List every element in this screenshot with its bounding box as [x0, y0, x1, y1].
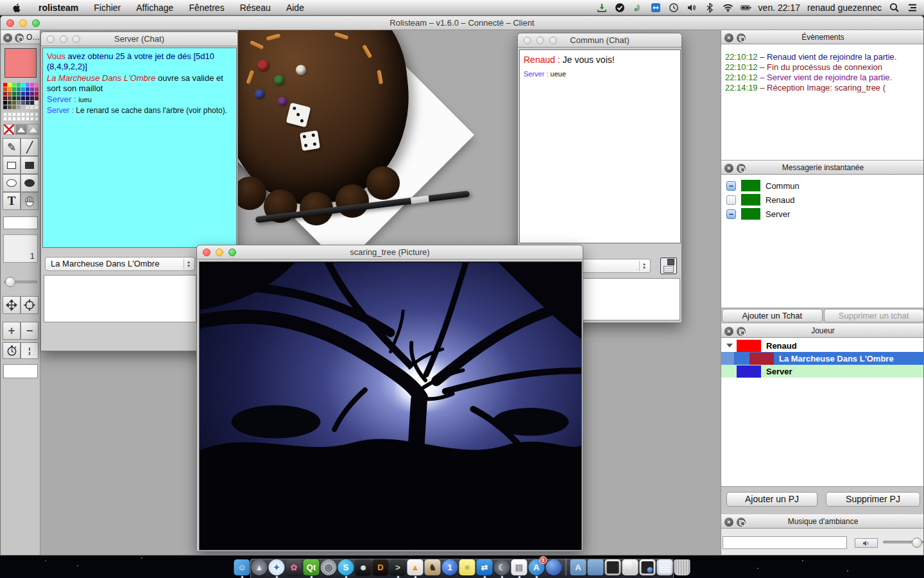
palette-color[interactable]	[30, 92, 34, 96]
download-status-icon[interactable]	[597, 2, 608, 13]
init-result-input[interactable]	[3, 364, 38, 378]
palette-color[interactable]	[26, 105, 30, 109]
chat-row-commun[interactable]: –Commun	[721, 179, 923, 193]
no-color-button[interactable]	[3, 124, 15, 135]
remove-chat-button[interactable]: Supprimer un tchat	[824, 309, 924, 322]
volume-status-icon[interactable]	[687, 2, 697, 13]
messaging-panel-header[interactable]: × Messagerie instantanée	[721, 161, 923, 175]
current-color-swatch[interactable]	[4, 48, 37, 78]
palette-color[interactable]	[12, 87, 16, 91]
palette-color[interactable]	[35, 83, 38, 87]
line-tool[interactable]: ╱	[21, 138, 38, 156]
pencil-tool[interactable]: ✎	[3, 138, 21, 156]
player-close-icon[interactable]: ×	[724, 327, 733, 336]
music-file-input[interactable]	[723, 536, 847, 549]
chat-row-server[interactable]: –Server	[721, 207, 923, 221]
custom-color-slot[interactable]	[30, 112, 34, 116]
photos[interactable]: ✿	[286, 559, 302, 575]
launchpad[interactable]: ▲	[252, 559, 268, 575]
menubar-user[interactable]: renaud guezennec	[807, 3, 882, 13]
apple-menu-icon[interactable]	[12, 3, 22, 13]
add-pj-button[interactable]: Ajouter un PJ	[726, 492, 817, 507]
erase-tool-button[interactable]	[15, 124, 27, 135]
palette-color[interactable]	[3, 92, 7, 96]
npc-name-input[interactable]	[3, 216, 38, 229]
palette-color[interactable]	[35, 92, 38, 96]
folder-applications[interactable]: A	[570, 559, 586, 575]
init-timer-button[interactable]	[3, 342, 21, 359]
zoom-button[interactable]	[228, 249, 236, 256]
minimized-window-3[interactable]	[640, 559, 656, 575]
palette-color[interactable]	[3, 101, 7, 105]
server-chat-input[interactable]	[44, 275, 196, 322]
palette-color[interactable]	[12, 101, 16, 105]
palette-color[interactable]	[8, 105, 12, 109]
palette-color[interactable]	[17, 101, 21, 105]
minimize-button[interactable]	[60, 35, 67, 43]
dice-roller[interactable]: 1	[442, 559, 458, 575]
wifi-status-icon[interactable]	[723, 2, 733, 13]
custom-color-slot[interactable]	[3, 112, 7, 116]
palette-color[interactable]	[17, 105, 21, 109]
minimize-button[interactable]	[19, 19, 27, 27]
close-button[interactable]	[524, 37, 531, 44]
events-close-icon[interactable]: ×	[724, 33, 733, 42]
palette-color[interactable]	[3, 87, 7, 91]
custom-color-slot[interactable]	[35, 117, 38, 121]
palette-color[interactable]	[8, 96, 12, 100]
events-panel-header[interactable]: × Évènements	[721, 30, 923, 44]
tools-close-icon[interactable]: ×	[3, 33, 12, 42]
custom-color-slot[interactable]	[12, 112, 16, 116]
palette-color[interactable]	[21, 87, 25, 91]
custom-color-slot[interactable]	[3, 117, 7, 121]
spotlight-icon[interactable]	[889, 2, 900, 13]
palette-color[interactable]	[30, 101, 34, 105]
menu-app[interactable]: rolisteam	[31, 0, 86, 15]
messaging-float-icon[interactable]	[737, 164, 746, 173]
custom-color-slot[interactable]	[17, 117, 21, 121]
terminal[interactable]: >	[390, 559, 406, 575]
palette-color[interactable]	[21, 96, 25, 100]
palette-color[interactable]	[8, 92, 12, 96]
add-npc-button[interactable]: +	[3, 322, 21, 340]
init-value-box[interactable]: ¦	[21, 342, 38, 359]
save-chat-icon[interactable]	[660, 258, 677, 274]
palette-color[interactable]	[26, 96, 30, 100]
move-tool[interactable]	[3, 296, 21, 314]
chat-row-renaud[interactable]: Renaud	[721, 193, 923, 207]
palette-color[interactable]	[26, 92, 30, 96]
palette-color[interactable]	[30, 87, 34, 91]
palette-color[interactable]	[30, 96, 34, 100]
custom-color-slot[interactable]	[21, 117, 25, 121]
media-player[interactable]: ☻	[355, 559, 372, 575]
empty-rect-tool[interactable]	[3, 156, 21, 174]
battery-status-icon[interactable]	[740, 2, 751, 13]
chat-visibility-checkbox[interactable]	[726, 195, 736, 205]
palette-color[interactable]	[21, 92, 25, 96]
hand-tool[interactable]	[21, 192, 38, 210]
bluetooth-status-icon[interactable]	[705, 2, 715, 13]
rolisteam-titlebar[interactable]: Rolisteam – v1.6.0 – Connecté – Client	[1, 16, 923, 30]
filled-ellipse-tool[interactable]	[21, 174, 38, 192]
filled-rect-tool[interactable]	[21, 156, 38, 174]
custom-color-slot[interactable]	[21, 112, 25, 116]
custom-color-slot[interactable]	[8, 117, 12, 121]
player-row[interactable]: Server	[721, 365, 923, 378]
palette-color[interactable]	[35, 101, 38, 105]
palette-color[interactable]	[26, 101, 30, 105]
palette-color[interactable]	[12, 96, 16, 100]
palette-color[interactable]	[12, 83, 16, 87]
text-tool[interactable]: T	[3, 192, 21, 210]
remove-npc-button[interactable]: −	[21, 322, 38, 340]
app-store[interactable]: A1	[529, 559, 545, 575]
custom-color-slot[interactable]	[30, 117, 34, 121]
close-button[interactable]	[6, 19, 14, 27]
music-float-icon[interactable]	[737, 518, 746, 527]
expander-icon[interactable]	[726, 344, 733, 347]
custom-color-slot[interactable]	[17, 112, 21, 116]
finder[interactable]: ☺	[234, 559, 250, 575]
chess[interactable]: ♞	[425, 559, 441, 575]
menu-affichage[interactable]: Affichage	[128, 3, 181, 13]
minimized-window-1[interactable]	[605, 559, 621, 575]
unveil-tool-button[interactable]	[28, 124, 39, 135]
